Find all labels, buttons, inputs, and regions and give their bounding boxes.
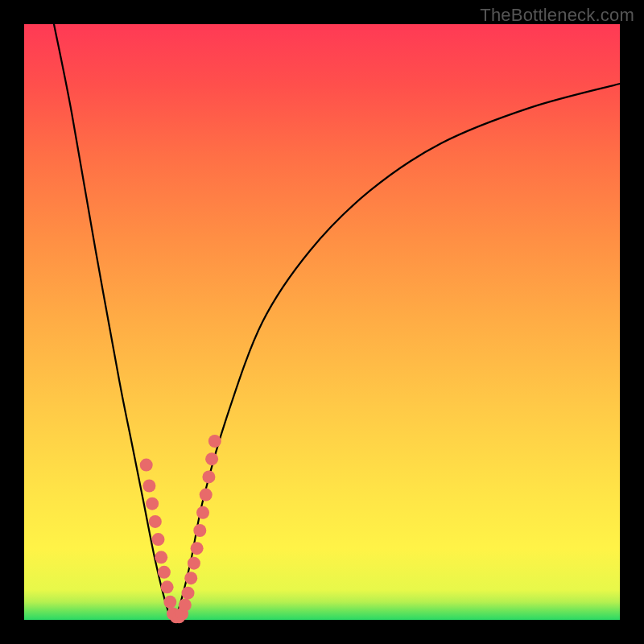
data-marker (155, 551, 167, 564)
data-marker (142, 480, 155, 493)
data-marker (161, 580, 174, 593)
data-marker (191, 542, 204, 555)
data-marker (179, 599, 192, 612)
data-marker (163, 596, 176, 609)
data-marker (196, 506, 209, 519)
data-marker (205, 452, 218, 465)
data-marker (158, 566, 171, 579)
data-marker (200, 489, 213, 502)
data-marker (182, 587, 195, 600)
data-marker (149, 515, 162, 528)
data-marker (184, 572, 197, 584)
curve-layer (24, 24, 620, 620)
data-marker (146, 497, 159, 510)
bottleneck-curve (54, 24, 620, 620)
plot-area (24, 24, 620, 620)
chart-frame: TheBottleneck.com (0, 0, 644, 644)
marker-group (140, 435, 221, 623)
data-marker (140, 459, 153, 472)
watermark-text: TheBottleneck.com (480, 5, 634, 26)
data-marker (202, 470, 215, 483)
data-marker (188, 557, 200, 570)
data-marker (193, 524, 206, 537)
data-marker (152, 533, 165, 546)
data-marker (208, 435, 221, 448)
